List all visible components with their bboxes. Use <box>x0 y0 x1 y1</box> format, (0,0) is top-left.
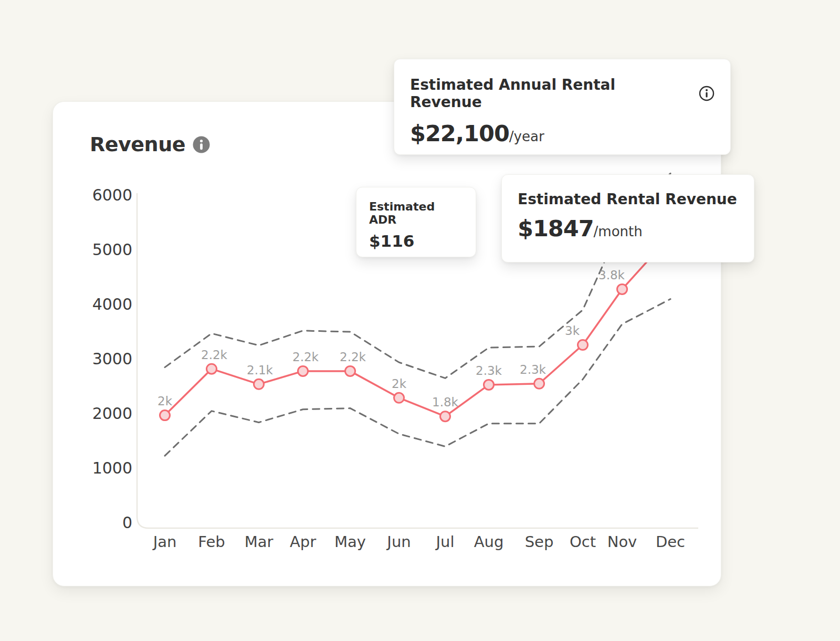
monthly-revenue-value: $1847 <box>518 215 594 241</box>
info-icon-filled[interactable] <box>193 136 210 153</box>
monthly-revenue-card-title: Estimated Rental Revenue <box>518 191 738 208</box>
panel-title: Revenue <box>90 133 185 156</box>
annual-revenue-value: $22,100 <box>410 120 509 146</box>
adr-card-title: Estimated ADR <box>369 200 463 226</box>
info-icon-outline[interactable] <box>699 86 715 101</box>
annual-revenue-unit: /year <box>509 129 544 144</box>
panel-title-row: Revenue <box>90 133 210 156</box>
monthly-revenue-card: Estimated Rental Revenue $1847 /month <box>501 174 754 262</box>
adr-value: $116 <box>369 232 414 250</box>
adr-card: Estimated ADR $116 <box>356 187 476 257</box>
annual-revenue-card-title: Estimated Annual Rental Revenue <box>410 76 715 111</box>
adr-value-row: $116 <box>369 232 463 250</box>
annual-revenue-card: Estimated Annual Rental Revenue $22,100 … <box>394 59 731 155</box>
monthly-revenue-unit: /month <box>594 224 643 239</box>
annual-revenue-value-row: $22,100 /year <box>410 120 715 146</box>
annual-revenue-title-text: Estimated Annual Rental Revenue <box>410 76 691 111</box>
monthly-revenue-value-row: $1847 /month <box>518 215 738 241</box>
page-background: Revenue 6000500040003000200010000JanFebM… <box>0 0 840 641</box>
